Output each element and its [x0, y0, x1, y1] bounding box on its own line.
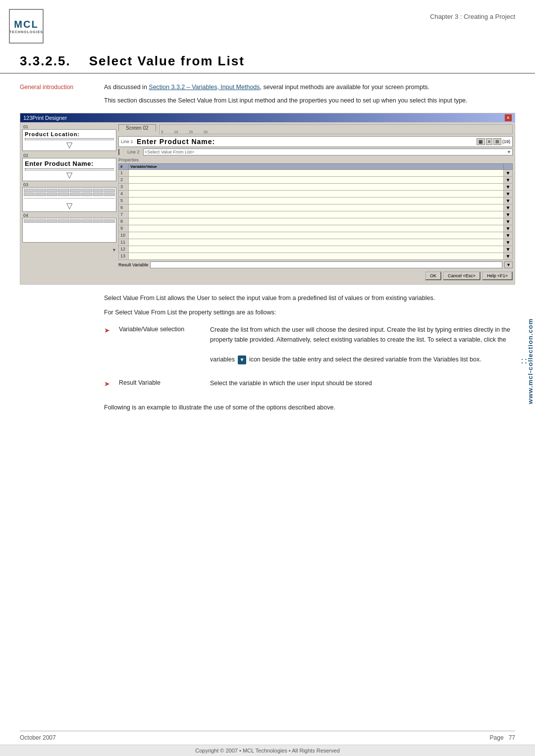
help-button[interactable]: Help <F1>: [482, 271, 513, 280]
row-value[interactable]: [129, 197, 504, 204]
table-row: 2 ▼: [119, 176, 513, 183]
row-check[interactable]: ▼: [504, 252, 513, 259]
grid-cell: [35, 219, 46, 223]
bullet1-content: ➤ Variable/Value selection Create the li…: [104, 325, 515, 371]
bullet1-description: Create the list from which the user will…: [210, 325, 515, 364]
row-value[interactable]: [129, 225, 504, 232]
table-row: 4 ▼: [119, 190, 513, 197]
table-row: 12 ▼: [119, 246, 513, 252]
bullet1-variables-label: variables: [210, 356, 237, 363]
row-check[interactable]: ▼: [504, 239, 513, 246]
bullet1-section: ➤ Variable/Value selection Create the li…: [104, 325, 515, 364]
intro-text: As discussed in Section 3.3.2 – Variable…: [104, 83, 515, 106]
cancel-button[interactable]: Cancel <Esc>: [443, 271, 481, 280]
row-check[interactable]: ▼: [504, 204, 513, 211]
dialog-container: 123Print Designer ✕ 01 Product Location:…: [20, 113, 515, 285]
grid-cell: [47, 193, 57, 196]
ok-button[interactable]: OK: [425, 271, 441, 280]
grid-cell: [35, 189, 46, 192]
screen02-tab[interactable]: Screen 02: [118, 124, 156, 131]
sidebar-dots: ∷: [521, 356, 527, 367]
result-variable-row: Result Variable ▼: [118, 261, 513, 268]
row-value[interactable]: [129, 190, 504, 197]
section-title: 3.3.2.5. Select Value from List: [20, 53, 515, 69]
screen03-label: 03: [22, 182, 116, 187]
logo: MCL TECHNOLOGIES: [9, 9, 44, 44]
row-num: 3: [119, 183, 129, 190]
left-panel: 01 Product Location: ▽ 02 Enter Product …: [22, 124, 116, 282]
grid-cell: [24, 189, 35, 192]
row-num: 1: [119, 169, 129, 176]
row-value[interactable]: [129, 169, 504, 176]
row-check[interactable]: ▼: [504, 211, 513, 218]
dotted-line-3: [25, 168, 114, 169]
row-check[interactable]: ▼: [504, 218, 513, 225]
row-check[interactable]: ▼: [504, 246, 513, 252]
bullet2-row: ➤ Result Variable Select the variable in…: [20, 378, 515, 397]
row-value[interactable]: [129, 183, 504, 190]
grid-cell: [93, 189, 104, 192]
dialog-close-button[interactable]: ✕: [505, 114, 512, 121]
properties-label: Properties: [118, 157, 513, 162]
properties-table: # Variable/Value 1 ▼ 2 ▼ 3 ▼: [118, 163, 513, 260]
ruler-num-15: 15: [189, 130, 193, 134]
row-value[interactable]: [129, 239, 504, 246]
intro-row: General introduction As discussed in Sec…: [20, 83, 515, 106]
row-check[interactable]: ▼: [504, 169, 513, 176]
footer-page: Page 77: [490, 734, 515, 741]
row-check[interactable]: ▼: [504, 232, 513, 239]
row-check[interactable]: ▼: [504, 197, 513, 204]
section-link[interactable]: Section 3.3.2 – Variables, Input Methods: [149, 84, 260, 91]
ruler-num-5: 5: [161, 130, 163, 134]
result-variable-input[interactable]: [150, 261, 502, 268]
table-row: 9 ▼: [119, 225, 513, 232]
dialog-titlebar: 123Print Designer ✕: [20, 113, 515, 122]
row-num: 8: [119, 218, 129, 225]
table-row: 13 ▼: [119, 252, 513, 259]
grid-cell: [104, 219, 115, 223]
body-para2: For Select Value From List the property …: [104, 308, 515, 317]
row-num: 9: [119, 225, 129, 232]
toolbar-num-19: (19): [502, 139, 510, 144]
line1-editor: Line 1 Enter Product Name: ▦ ≡ ⊞ (19): [118, 136, 513, 147]
bullet2-arrow-icon: ➤: [104, 379, 112, 390]
screen02-label: 02: [22, 153, 116, 158]
result-variable-btn[interactable]: ▼: [504, 261, 513, 268]
row-value[interactable]: [129, 204, 504, 211]
row-num: 12: [119, 246, 129, 252]
row-num: 6: [119, 204, 129, 211]
grid-cell: [81, 189, 92, 192]
screen04-label: 04: [22, 213, 116, 218]
screen01-block: Product Location: ▽: [22, 129, 116, 151]
table-row: 6 ▼: [119, 204, 513, 211]
row-value[interactable]: [129, 246, 504, 252]
row-num: 13: [119, 252, 129, 259]
row-num: 4: [119, 190, 129, 197]
row-value[interactable]: [129, 218, 504, 225]
row-check[interactable]: ▼: [504, 176, 513, 183]
row-num: 5: [119, 197, 129, 204]
toolbar-btn-list[interactable]: ≡: [486, 138, 492, 145]
grid-cell: [47, 189, 57, 192]
row-check[interactable]: ▼: [504, 190, 513, 197]
row-value[interactable]: [129, 211, 504, 218]
toolbar-btn-table[interactable]: ▦: [477, 138, 485, 145]
ok-cancel-row: OK Cancel <Esc> Help <F1>: [118, 271, 513, 282]
result-variable-label: Result Variable: [118, 262, 148, 267]
row-check[interactable]: ▼: [504, 183, 513, 190]
screen02-block: Enter Product Name: ▽: [22, 158, 116, 181]
table-row: 10 ▼: [119, 232, 513, 239]
line2-dropdown[interactable]: <Select Value From List> ▼: [143, 149, 513, 155]
bullet1-desc1: Create the list from which the user will…: [210, 326, 510, 343]
intro-label: General introduction: [20, 83, 94, 106]
row-check[interactable]: ▼: [504, 225, 513, 232]
line1-toolbar: ▦ ≡ ⊞ (19): [477, 138, 510, 145]
line1-content: Enter Product Name:: [137, 138, 475, 146]
toolbar-btn-grid[interactable]: ⊞: [493, 138, 501, 145]
grid-cell: [104, 189, 115, 192]
logo-mcl-text: MCL: [14, 19, 38, 30]
row-value[interactable]: [129, 252, 504, 259]
row-value[interactable]: [129, 232, 504, 239]
row-value[interactable]: [129, 176, 504, 183]
conclusion-text: Following is an example to illustrate th…: [104, 403, 515, 412]
